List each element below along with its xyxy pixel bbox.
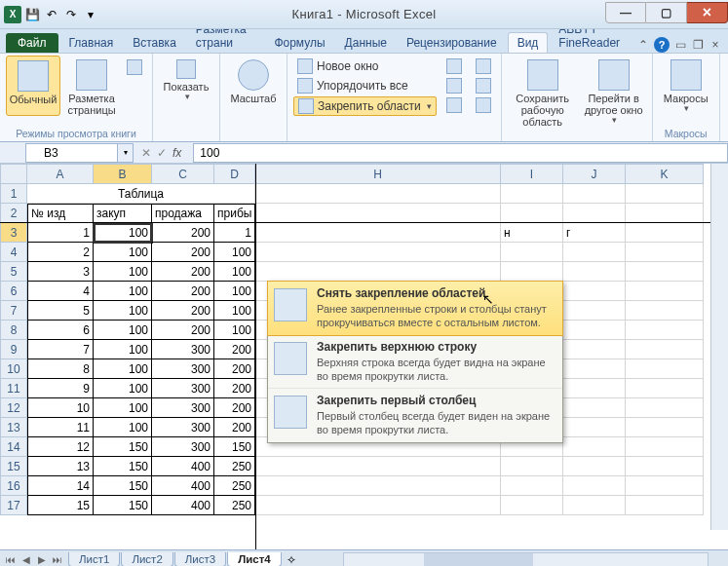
cell[interactable] (563, 496, 626, 515)
cell[interactable]: 100 (94, 223, 152, 243)
cell[interactable]: 100 (94, 243, 152, 262)
save-icon[interactable]: 💾 (23, 6, 41, 23)
column-header-A[interactable]: A (27, 164, 94, 184)
cell[interactable]: 100 (94, 282, 152, 301)
cell[interactable]: № изд (27, 204, 94, 223)
cell[interactable]: 200 (152, 262, 214, 282)
select-all-button[interactable] (0, 164, 27, 184)
cell[interactable]: 8 (27, 359, 94, 379)
enter-formula-icon[interactable]: ✓ (157, 146, 167, 160)
cell[interactable] (501, 496, 563, 515)
cell[interactable] (501, 476, 563, 496)
cell[interactable] (563, 262, 626, 282)
cell[interactable] (626, 476, 704, 496)
tab-view[interactable]: Вид (508, 32, 549, 53)
cell[interactable]: 100 (214, 321, 255, 340)
sheet-prev-icon[interactable]: ◀ (19, 553, 33, 567)
win-minimize-icon[interactable]: ▭ (673, 38, 687, 52)
row-header-12[interactable]: 12 (0, 398, 27, 418)
row-header-2[interactable]: 2 (0, 204, 27, 223)
row-header-13[interactable]: 13 (0, 418, 27, 437)
cell[interactable] (563, 301, 626, 321)
cell[interactable]: г (563, 223, 626, 243)
tab-file[interactable]: Файл (6, 33, 58, 53)
zoom-button[interactable]: Масштаб (226, 56, 281, 104)
cancel-formula-icon[interactable]: ✕ (141, 146, 151, 160)
sheet-next-icon[interactable]: ▶ (35, 553, 49, 567)
row-header-1[interactable]: 1 (0, 184, 27, 204)
cell[interactable]: 2 (27, 243, 94, 262)
cell[interactable]: закуп (94, 204, 152, 223)
cell[interactable]: 200 (152, 243, 214, 262)
split-button[interactable] (442, 57, 466, 75)
cell[interactable]: 250 (214, 457, 255, 476)
cell[interactable]: 100 (94, 340, 152, 359)
cell[interactable] (626, 243, 704, 262)
freeze-first-col-item[interactable]: Закрепить первый столбецПервый столбец в… (268, 389, 562, 442)
cell[interactable] (255, 223, 501, 243)
column-header-D[interactable]: D (214, 164, 255, 184)
cell[interactable] (255, 496, 501, 515)
column-header-H[interactable]: H (255, 164, 501, 184)
cell[interactable]: 100 (214, 243, 255, 262)
cell[interactable] (626, 321, 704, 340)
cell[interactable]: 4 (27, 282, 94, 301)
cell[interactable] (255, 262, 501, 282)
sheet-tab-2[interactable]: Лист2 (121, 552, 172, 566)
cell[interactable]: 5 (27, 301, 94, 321)
sheet-tab-4[interactable]: Лист4 (227, 552, 282, 566)
show-button[interactable]: Показать▾ (159, 56, 213, 102)
cell[interactable]: 200 (214, 359, 255, 379)
cell[interactable]: 15 (27, 496, 94, 515)
row-header-15[interactable]: 15 (0, 457, 27, 476)
formula-input[interactable]: 100 (193, 143, 728, 163)
cell[interactable]: 12 (27, 437, 94, 457)
cell[interactable]: 150 (94, 457, 152, 476)
qat-more-icon[interactable]: ▾ (82, 6, 99, 23)
cell[interactable] (255, 243, 501, 262)
row-header-5[interactable]: 5 (0, 262, 27, 282)
win-close-icon[interactable]: × (709, 38, 722, 52)
new-window-button[interactable]: Новое окно (293, 57, 437, 75)
cell[interactable] (626, 457, 704, 476)
cell[interactable] (626, 184, 704, 204)
cell[interactable] (626, 301, 704, 321)
reset-pos-button[interactable] (472, 96, 495, 114)
cell[interactable]: 3 (27, 262, 94, 282)
cell[interactable]: 100 (94, 418, 152, 437)
cell[interactable]: 100 (94, 359, 152, 379)
cell[interactable]: 100 (94, 301, 152, 321)
cell[interactable] (255, 476, 501, 496)
redo-icon[interactable]: ↷ (62, 6, 80, 23)
column-header-J[interactable]: J (563, 164, 626, 184)
cell[interactable]: 300 (152, 359, 214, 379)
column-header-I[interactable]: I (501, 164, 563, 184)
row-header-17[interactable]: 17 (0, 496, 27, 515)
freeze-top-row-item[interactable]: Закрепить верхнюю строкуВерхняя строка в… (268, 335, 562, 390)
row-header-10[interactable]: 10 (0, 359, 27, 379)
cell[interactable]: 100 (214, 262, 255, 282)
name-box[interactable]: B3 (25, 143, 118, 163)
cell[interactable]: 200 (214, 340, 255, 359)
cell[interactable]: 250 (214, 496, 255, 515)
cell[interactable]: 400 (152, 496, 214, 515)
save-workspace-button[interactable]: Сохранить рабочую область (508, 56, 578, 128)
row-header-4[interactable]: 4 (0, 243, 27, 262)
row-header-9[interactable]: 9 (0, 340, 27, 359)
cell[interactable]: 300 (152, 398, 214, 418)
help-icon[interactable]: ? (654, 37, 670, 53)
cell[interactable] (563, 282, 626, 301)
row-header-6[interactable]: 6 (0, 282, 27, 301)
cell[interactable] (563, 204, 626, 223)
sync-scroll-button[interactable] (472, 77, 495, 94)
cell[interactable] (563, 359, 626, 379)
cell[interactable] (255, 204, 501, 223)
cell[interactable] (626, 398, 704, 418)
cell[interactable] (563, 418, 626, 437)
undo-icon[interactable]: ↶ (43, 6, 60, 23)
fx-icon[interactable]: fx (172, 146, 185, 160)
cell[interactable]: продажа (152, 204, 214, 223)
cell[interactable]: 150 (94, 496, 152, 515)
cell[interactable]: 200 (214, 418, 255, 437)
sheet-tab-3[interactable]: Лист3 (174, 552, 226, 566)
